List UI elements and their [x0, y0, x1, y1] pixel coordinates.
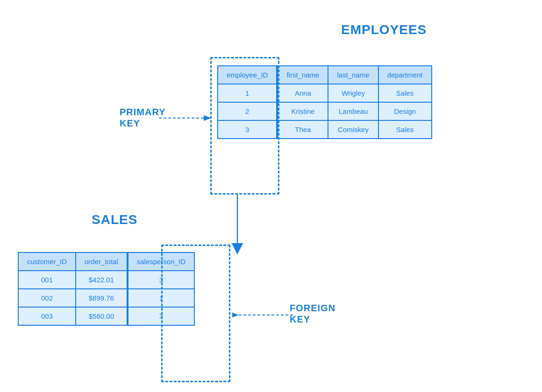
emp-r1-id: 1: [218, 84, 277, 102]
emp-r2-last: Lambeau: [328, 102, 378, 120]
primary-key-arrow: [159, 111, 215, 125]
emp-r3-first: Thea: [277, 120, 328, 139]
sales-col-order-total: order_total: [76, 252, 128, 271]
emp-r2-dept: Design: [378, 102, 432, 120]
sales-row-3: 003 $560.00 3: [18, 307, 194, 325]
employees-table-title: EMPLOYEES: [341, 22, 427, 37]
join-arrow: [219, 194, 256, 254]
sales-r2-cid: 002: [18, 289, 76, 307]
sales-r2-sid: 1: [128, 289, 194, 307]
emp-row-3: 3 Thea Comiskey Sales: [218, 120, 432, 139]
sales-r3-total: $560.00: [76, 307, 128, 325]
sales-r3-sid: 3: [128, 307, 194, 325]
emp-col-last-name: last_name: [328, 66, 378, 84]
sales-table-title: SALES: [92, 212, 137, 227]
emp-r3-dept: Sales: [378, 120, 432, 139]
emp-col-department: department: [378, 66, 432, 84]
sales-r1-cid: 001: [18, 271, 76, 289]
emp-row-2: 2 Kristine Lambeau Design: [218, 102, 432, 120]
emp-r2-id: 2: [218, 102, 277, 120]
sales-r2-total: $899.76: [76, 289, 128, 307]
foreign-key-arrow: [232, 308, 293, 322]
sales-r1-total: $422.01: [76, 271, 128, 289]
emp-r3-id: 3: [218, 120, 277, 139]
diagram-container: EMPLOYEES employee_ID first_name last_na…: [0, 0, 542, 392]
sales-r3-cid: 003: [18, 307, 76, 325]
emp-row-1: 1 Anna Wrigley Sales: [218, 84, 432, 102]
emp-col-first-name: first_name: [277, 66, 328, 84]
emp-r1-last: Wrigley: [328, 84, 378, 102]
sales-col-customer-id: customer_ID: [18, 252, 76, 271]
sales-col-salesperson-id: salesperson_ID: [128, 252, 194, 271]
sales-r1-sid: 3: [128, 271, 194, 289]
sales-table: customer_ID order_total salesperson_ID 0…: [18, 252, 195, 326]
emp-r1-first: Anna: [277, 84, 328, 102]
employees-table: employee_ID first_name last_name departm…: [217, 65, 432, 139]
emp-r1-dept: Sales: [378, 84, 432, 102]
foreign-key-label: FOREIGN KEY: [290, 302, 335, 325]
emp-r3-last: Comiskey: [328, 120, 378, 139]
primary-key-label: PRIMARY KEY: [120, 106, 165, 129]
emp-r2-first: Kristine: [277, 102, 328, 120]
sales-row-2: 002 $899.76 1: [18, 289, 194, 307]
sales-row-1: 001 $422.01 3: [18, 271, 194, 289]
emp-col-employee-id: employee_ID: [218, 66, 277, 84]
